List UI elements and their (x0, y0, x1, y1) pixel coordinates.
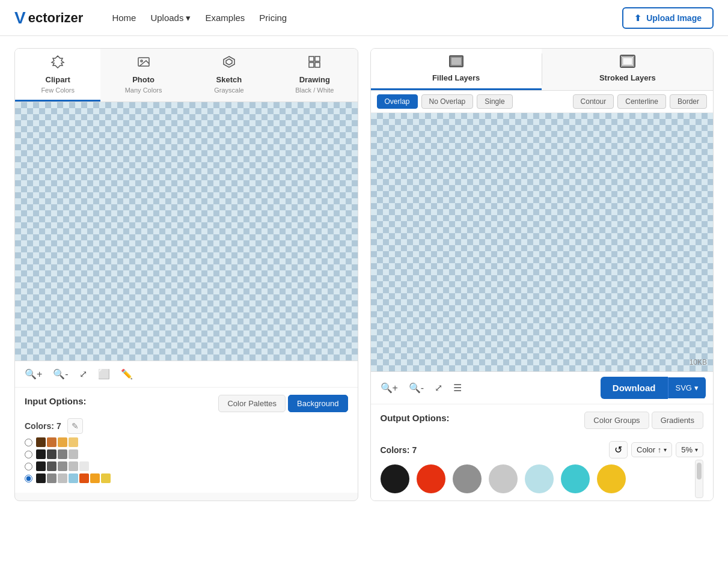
photo-sublabel: Many Colors (125, 87, 162, 94)
logo-text: ectorizer (28, 10, 84, 26)
edit-colors-button[interactable]: ✎ (67, 418, 83, 434)
gradients-tab[interactable]: Gradients (652, 412, 703, 429)
palette-radio-2[interactable] (25, 463, 32, 470)
single-subtab[interactable]: Single (477, 94, 512, 109)
output-options-header: Output Options: Color Groups Gradients (371, 404, 714, 436)
output-option-tabs: Color Groups Gradients (584, 412, 703, 429)
palette-row-2 (25, 461, 348, 471)
nav-examples[interactable]: Examples (205, 13, 245, 23)
edit-icon[interactable]: ✏️ (118, 366, 135, 382)
output-options-title: Output Options: (381, 413, 450, 423)
drawing-sublabel: Black / White (295, 87, 334, 94)
swatch (36, 437, 46, 447)
palette-swatches-0 (36, 437, 78, 447)
scrollbar-thumb (697, 463, 702, 479)
output-color-controls: ↺ Color ↑ ▾ 5% ▾ (609, 441, 703, 458)
color-sort-select[interactable]: Color ↑ ▾ (631, 442, 672, 457)
svg-rect-5 (315, 56, 320, 61)
palette-radio-1[interactable] (25, 451, 32, 458)
color-scrollbar[interactable] (695, 460, 703, 498)
filled-layers-tab[interactable]: Filled Layers (371, 49, 542, 90)
palette-row-1 (25, 449, 348, 459)
logo[interactable]: V ectorizer (14, 8, 83, 28)
threshold-chevron-icon: ▾ (695, 446, 698, 453)
tab-photo[interactable]: Photo Many Colors (100, 49, 186, 102)
out-fit-icon[interactable]: ⤢ (432, 380, 445, 396)
mode-tabs: Clipart Few Colors Photo Many Colors (15, 49, 358, 102)
tab-sketch[interactable]: Sketch Grayscale (186, 49, 272, 102)
svg-point-1 (141, 60, 142, 62)
swatch (47, 437, 57, 447)
tab-drawing[interactable]: Drawing Black / White (272, 49, 357, 102)
background-tab[interactable]: Background (288, 395, 347, 412)
color-circle-black[interactable] (381, 464, 409, 493)
overlap-subtab[interactable]: Overlap (377, 94, 418, 109)
refresh-colors-button[interactable]: ↺ (609, 441, 628, 458)
color-circle-red[interactable] (417, 464, 445, 493)
border-subtab[interactable]: Border (670, 94, 707, 109)
swatch (58, 461, 67, 471)
tab-clipart[interactable]: Clipart Few Colors (15, 49, 100, 102)
stroked-layers-tab[interactable]: Stroked Layers (542, 49, 713, 90)
color-circle-gray[interactable] (453, 464, 482, 493)
photo-label: Photo (132, 75, 154, 84)
color-threshold-select[interactable]: 5% ▾ (676, 442, 703, 457)
nav-home[interactable]: Home (112, 13, 136, 23)
sketch-label: Sketch (216, 75, 242, 84)
logo-v: V (14, 8, 26, 28)
swatch (69, 437, 78, 447)
swatch (47, 449, 57, 459)
colors-count-row: Colors: 7 ✎ (25, 418, 348, 434)
input-options-title: Input Options: (25, 396, 86, 406)
swatch (69, 461, 78, 471)
crop-icon[interactable]: ⬜ (96, 366, 112, 382)
swatch (47, 473, 57, 483)
swatch (58, 473, 67, 483)
color-groups-tab[interactable]: Color Groups (584, 412, 649, 429)
filled-subtabs: Overlap No Overlap Single Contour Center… (371, 91, 714, 113)
swatch (58, 449, 67, 459)
color-circle-light-gray[interactable] (489, 464, 518, 493)
swatch (101, 473, 111, 483)
drawing-icon (307, 55, 322, 73)
palette-swatches-1 (36, 449, 78, 459)
output-colors-label: Colors: 7 (381, 445, 417, 455)
nav-pricing[interactable]: Pricing (259, 13, 287, 23)
input-toolbar: 🔍+ 🔍- ⤢ ⬜ ✏️ (15, 361, 358, 387)
format-chevron-icon: ▾ (694, 383, 699, 392)
palette-radio-3[interactable] (25, 475, 32, 482)
upload-image-button[interactable]: ⬆ Upload Image (622, 7, 714, 29)
zoom-out-icon[interactable]: 🔍- (50, 366, 70, 382)
fit-view-icon[interactable]: ⤢ (77, 366, 90, 382)
swatch (79, 461, 89, 471)
out-zoom-in-icon[interactable]: 🔍+ (378, 380, 400, 396)
input-colors-section: Colors: 7 ✎ (25, 418, 348, 483)
out-zoom-out-icon[interactable]: 🔍- (406, 380, 426, 396)
svg-marker-3 (226, 59, 232, 65)
swatch (36, 461, 46, 471)
palette-radio-0[interactable] (25, 439, 32, 446)
download-format-selector[interactable]: SVG ▾ (668, 377, 706, 398)
photo-icon (136, 55, 151, 73)
color-circle-yellow[interactable] (597, 464, 626, 493)
no-overlap-subtab[interactable]: No Overlap (421, 94, 474, 109)
output-toolbar: 🔍+ 🔍- ⤢ ☰ Download SVG ▾ (371, 371, 714, 404)
output-colors-section: Colors: 7 ↺ Color ↑ ▾ 5% ▾ (371, 436, 714, 501)
color-circle-pale-blue[interactable] (525, 464, 554, 493)
clipart-label: Clipart (46, 75, 70, 84)
contour-subtab[interactable]: Contour (573, 94, 614, 109)
download-main-button[interactable]: Download (601, 377, 668, 399)
sketch-sublabel: Grayscale (214, 87, 244, 94)
nav-uploads[interactable]: Uploads ▾ (150, 13, 191, 23)
out-menu-icon[interactable]: ☰ (451, 380, 464, 396)
upload-icon: ⬆ (634, 13, 641, 23)
color-palettes-tab[interactable]: Color Palettes (218, 395, 286, 412)
swatch (69, 449, 78, 459)
zoom-in-icon[interactable]: 🔍+ (22, 366, 44, 382)
output-color-circles (381, 464, 704, 493)
palette-row-0 (25, 437, 348, 447)
output-image-area: 10KB (371, 113, 714, 371)
swatch (36, 473, 46, 483)
color-circle-cyan[interactable] (561, 464, 590, 493)
centerline-subtab[interactable]: Centerline (617, 94, 666, 109)
